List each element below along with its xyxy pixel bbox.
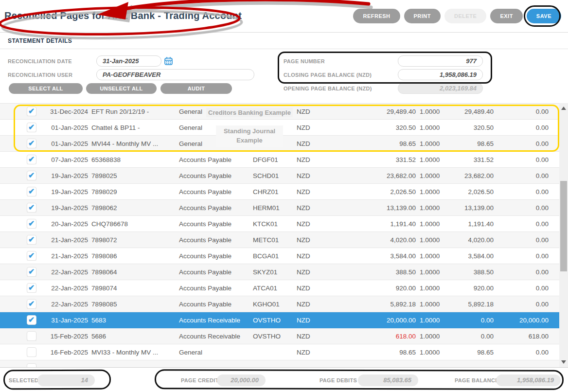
row-checkbox[interactable]	[27, 267, 36, 277]
opening-page-balance-label: OPENING PAGE BALANCE (NZD)	[284, 86, 372, 91]
row-module: Accounts Payable	[178, 188, 250, 196]
row-debit: 13,139.00	[445, 204, 494, 212]
row-credit: 20,000.00	[494, 317, 549, 324]
scroll-up-arrow-icon[interactable]	[561, 107, 566, 110]
row-checkbox[interactable]	[27, 139, 36, 148]
table-row[interactable]: 21-Jan-2025 7898072 Accounts Payable MET…	[0, 232, 559, 248]
row-credit: 0.00	[494, 140, 549, 147]
table-row[interactable]: 19-Jan-2025 7898025 Accounts Payable SCH…	[0, 168, 559, 184]
row-reference: 5686	[90, 333, 178, 340]
row-checkbox[interactable]	[27, 315, 36, 325]
row-reference: 7898025	[90, 172, 178, 179]
table-row[interactable]: 22-Jan-2025 7898074 Accounts Payable ATC…	[0, 280, 559, 296]
row-checkbox[interactable]	[27, 107, 36, 116]
row-date: 22-Jan-2025	[44, 285, 90, 292]
page-credits-label: PAGE CREDITS	[181, 377, 222, 383]
row-exchange-rate: 1.0000	[416, 220, 445, 228]
row-checkbox[interactable]	[27, 155, 36, 164]
row-account-code: HERM01	[250, 204, 294, 212]
table-row[interactable]: 01-Jan-2025 Chattel & BP11 - General NZD…	[0, 120, 559, 136]
row-reference: 65368838	[90, 156, 178, 163]
row-debit: 5,892.18	[445, 301, 494, 308]
row-reference: 7898086	[90, 252, 178, 260]
reconciliation-date-input[interactable]: 31-Jan-2025	[96, 55, 161, 67]
row-account-code: CHRZ01	[250, 188, 294, 196]
row-credit: 0.00	[494, 236, 549, 244]
row-checkbox[interactable]	[27, 219, 36, 229]
row-checkbox[interactable]	[27, 251, 36, 261]
row-amount: 20,000.00	[321, 317, 416, 324]
header-bar: Reconciled Pages for ANZ Bank - Trading …	[0, 0, 568, 33]
row-reference: 7898062	[90, 204, 178, 212]
scrollbar-thumb[interactable]	[560, 181, 567, 271]
row-exchange-rate: 1.0000	[416, 108, 445, 115]
row-checkbox[interactable]	[27, 283, 36, 293]
row-reference: Chattel & BP11 -	[90, 124, 178, 131]
refresh-button[interactable]: REFRESH	[353, 9, 400, 23]
row-checkbox[interactable]	[27, 187, 36, 196]
row-exchange-rate: 1.0000	[416, 349, 445, 356]
row-module: Accounts Receivable	[178, 333, 250, 340]
row-reference: CHQ786678	[90, 220, 178, 228]
row-credit: 618.00	[494, 333, 549, 340]
table-scrollbar[interactable]	[559, 103, 568, 367]
page-debits-value: 85,083.65	[358, 374, 418, 386]
table-row[interactable]: 31-Dec-2024 EFT Run 20/12/19 - General N…	[0, 104, 559, 120]
row-exchange-rate: 1.0000	[416, 124, 445, 131]
row-amount: 1,191.40	[321, 220, 416, 228]
row-debit: 0.00	[445, 333, 494, 340]
page-number-input[interactable]: 977	[398, 55, 483, 67]
row-date: 07-Jan-2025	[44, 156, 90, 163]
row-checkbox[interactable]	[27, 299, 36, 309]
row-checkbox[interactable]	[27, 347, 36, 357]
row-exchange-rate: 1.0000	[416, 285, 445, 292]
row-date: 19-Jan-2025	[44, 172, 90, 179]
table-row[interactable]: 31-Jan-2025 5683 Accounts Receivable OVS…	[0, 312, 559, 328]
row-reference: MVI33 - Monthly MV ...	[90, 349, 178, 356]
opening-page-balance-field: 2,023,169.84	[398, 83, 483, 94]
table-row[interactable]	[0, 360, 559, 367]
exit-button[interactable]: EXIT	[490, 9, 522, 23]
scroll-down-arrow-icon[interactable]	[561, 360, 566, 364]
table-row[interactable]: 01-Jan-2025 MVI44 - Monthly MV ... Gener…	[0, 136, 559, 152]
row-date: 31-Jan-2025	[44, 317, 90, 324]
row-date: 01-Jan-2025	[44, 124, 90, 131]
row-checkbox[interactable]	[27, 123, 36, 132]
print-button[interactable]: PRINT	[404, 9, 441, 23]
row-module: General	[178, 140, 250, 147]
table-row[interactable]: 19-Jan-2025 7898029 Accounts Payable CHR…	[0, 184, 559, 200]
table-row[interactable]: 07-Jan-2025 65368838 Accounts Payable DF…	[0, 152, 559, 168]
closing-page-balance-input[interactable]: 1,958,086.19	[398, 69, 483, 80]
row-module: Accounts Payable	[178, 285, 250, 292]
reconciliation-user-input[interactable]: PA-GEOFFBEAVER	[96, 69, 254, 80]
row-currency: NZD	[294, 236, 321, 244]
row-exchange-rate: 1.0000	[416, 204, 445, 212]
row-checkbox[interactable]	[27, 363, 36, 367]
row-account-code: DFGF01	[250, 156, 294, 163]
row-checkbox[interactable]	[27, 203, 36, 213]
audit-button[interactable]: AUDIT	[160, 83, 232, 94]
row-currency: NZD	[294, 220, 321, 228]
row-debit: 29,489.40	[445, 108, 494, 115]
select-all-button[interactable]: SELECT ALL	[9, 83, 83, 94]
row-account-code: SKYZ01	[250, 268, 294, 276]
table-row[interactable]: 20-Jan-2025 CHQ786678 Accounts Payable K…	[0, 216, 559, 232]
row-amount: 98.65	[321, 140, 416, 147]
table-row[interactable]: 15-Feb-2025 5686 Accounts Receivable OVS…	[0, 328, 559, 344]
save-button[interactable]: SAVE	[527, 9, 561, 23]
table-row[interactable]: 21-Jan-2025 7898086 Accounts Payable BCG…	[0, 248, 559, 264]
unselect-all-button[interactable]: UNSELECT ALL	[86, 83, 157, 94]
delete-button: DELETE	[444, 9, 486, 23]
row-checkbox[interactable]	[27, 171, 36, 180]
row-checkbox[interactable]	[27, 331, 36, 341]
row-date: 16-Feb-2025	[44, 349, 90, 356]
row-currency: NZD	[294, 108, 321, 115]
row-checkbox[interactable]	[27, 235, 36, 245]
calendar-icon[interactable]	[164, 56, 173, 66]
row-exchange-rate: 1.0000	[416, 301, 445, 308]
table-row[interactable]: 16-Feb-2025 MVI33 - Monthly MV ... Gener…	[0, 344, 559, 360]
table-row[interactable]: 22-Jan-2025 7898085 Accounts Payable KGH…	[0, 296, 559, 312]
table-row[interactable]: 19-Jan-2025 7898062 Accounts Payable HER…	[0, 200, 559, 216]
table-row[interactable]: 22-Jan-2025 7898064 Accounts Payable SKY…	[0, 264, 559, 280]
row-currency: NZD	[294, 140, 321, 147]
